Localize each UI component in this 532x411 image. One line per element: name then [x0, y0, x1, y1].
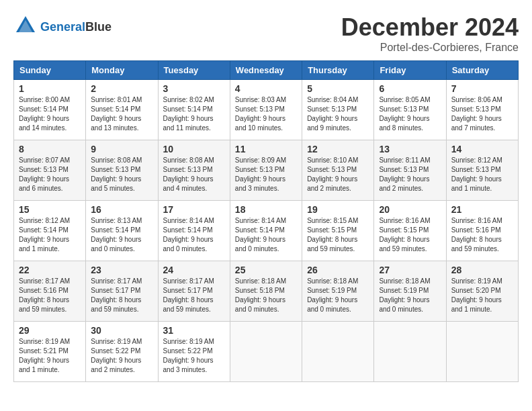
calendar-cell: 22Sunrise: 8:17 AMSunset: 5:16 PMDayligh… — [14, 261, 86, 322]
day-number: 20 — [379, 204, 441, 215]
day-info: Sunrise: 8:19 AMSunset: 5:21 PMDaylight:… — [19, 337, 81, 375]
day-number: 15 — [19, 204, 81, 215]
calendar-cell — [446, 322, 518, 382]
title-section: December 2024 Portel-des-Corbieres, Fran… — [341, 13, 519, 54]
calendar-cell: 1Sunrise: 8:00 AMSunset: 5:14 PMDaylight… — [14, 80, 86, 140]
day-info: Sunrise: 8:17 AMSunset: 5:16 PMDaylight:… — [19, 277, 81, 314]
day-number: 29 — [19, 325, 81, 336]
calendar-cell: 19Sunrise: 8:15 AMSunset: 5:15 PMDayligh… — [302, 201, 374, 261]
calendar-header-row: Sunday Monday Tuesday Wednesday Thursday… — [14, 61, 519, 80]
day-info: Sunrise: 8:19 AMSunset: 5:20 PMDaylight:… — [451, 277, 513, 314]
day-number: 12 — [307, 144, 369, 154]
day-info: Sunrise: 8:06 AMSunset: 5:13 PMDaylight:… — [451, 95, 513, 133]
day-info: Sunrise: 8:01 AMSunset: 5:14 PMDaylight:… — [91, 95, 152, 133]
day-info: Sunrise: 8:03 AMSunset: 5:13 PMDaylight:… — [235, 95, 297, 133]
location-title: Portel-des-Corbieres, France — [341, 42, 519, 54]
calendar-cell: 4Sunrise: 8:03 AMSunset: 5:13 PMDaylight… — [230, 80, 302, 140]
calendar-cell: 21Sunrise: 8:16 AMSunset: 5:16 PMDayligh… — [446, 201, 518, 261]
calendar-cell: 2Sunrise: 8:01 AMSunset: 5:14 PMDaylight… — [86, 80, 158, 140]
day-info: Sunrise: 8:15 AMSunset: 5:15 PMDaylight:… — [307, 216, 369, 254]
day-number: 16 — [91, 204, 152, 215]
day-info: Sunrise: 8:07 AMSunset: 5:13 PMDaylight:… — [19, 156, 81, 193]
calendar-cell: 3Sunrise: 8:02 AMSunset: 5:14 PMDaylight… — [158, 80, 230, 140]
day-number: 13 — [379, 144, 441, 154]
month-title: December 2024 — [341, 13, 519, 42]
calendar-cell: 5Sunrise: 8:04 AMSunset: 5:13 PMDaylight… — [302, 80, 374, 140]
calendar-cell: 24Sunrise: 8:17 AMSunset: 5:17 PMDayligh… — [158, 261, 230, 322]
day-number: 3 — [163, 83, 225, 94]
calendar-cell: 16Sunrise: 8:13 AMSunset: 5:14 PMDayligh… — [86, 201, 158, 261]
calendar-cell: 7Sunrise: 8:06 AMSunset: 5:13 PMDaylight… — [446, 80, 518, 140]
logo-icon — [13, 13, 38, 38]
day-info: Sunrise: 8:04 AMSunset: 5:13 PMDaylight:… — [307, 95, 369, 133]
calendar-cell: 28Sunrise: 8:19 AMSunset: 5:20 PMDayligh… — [446, 261, 518, 322]
logo: GeneralBlue — [13, 13, 112, 40]
calendar-week-row: 15Sunrise: 8:12 AMSunset: 5:14 PMDayligh… — [14, 201, 519, 261]
header-wednesday: Wednesday — [230, 61, 302, 80]
calendar-week-row: 29Sunrise: 8:19 AMSunset: 5:21 PMDayligh… — [14, 322, 519, 382]
calendar-cell: 23Sunrise: 8:17 AMSunset: 5:17 PMDayligh… — [86, 261, 158, 322]
day-info: Sunrise: 8:17 AMSunset: 5:17 PMDaylight:… — [163, 277, 225, 314]
day-number: 22 — [19, 265, 81, 275]
day-number: 26 — [307, 265, 369, 275]
header-sunday: Sunday — [14, 61, 86, 80]
day-number: 19 — [307, 204, 369, 215]
day-number: 10 — [163, 144, 225, 154]
day-number: 23 — [91, 265, 152, 275]
calendar-week-row: 22Sunrise: 8:17 AMSunset: 5:16 PMDayligh… — [14, 261, 519, 322]
calendar-cell: 13Sunrise: 8:11 AMSunset: 5:13 PMDayligh… — [374, 140, 446, 201]
day-info: Sunrise: 8:09 AMSunset: 5:13 PMDaylight:… — [235, 156, 297, 193]
day-info: Sunrise: 8:10 AMSunset: 5:13 PMDaylight:… — [307, 156, 369, 193]
day-number: 30 — [91, 325, 152, 336]
calendar-cell: 20Sunrise: 8:16 AMSunset: 5:15 PMDayligh… — [374, 201, 446, 261]
day-number: 9 — [91, 144, 152, 154]
day-info: Sunrise: 8:13 AMSunset: 5:14 PMDaylight:… — [91, 216, 152, 254]
day-info: Sunrise: 8:16 AMSunset: 5:16 PMDaylight:… — [451, 216, 513, 254]
day-info: Sunrise: 8:16 AMSunset: 5:15 PMDaylight:… — [379, 216, 441, 254]
day-number: 7 — [451, 83, 513, 94]
calendar-cell: 18Sunrise: 8:14 AMSunset: 5:14 PMDayligh… — [230, 201, 302, 261]
calendar-cell: 9Sunrise: 8:08 AMSunset: 5:13 PMDaylight… — [86, 140, 158, 201]
day-number: 21 — [451, 204, 513, 215]
day-number: 14 — [451, 144, 513, 154]
day-number: 27 — [379, 265, 441, 275]
calendar-cell: 31Sunrise: 8:19 AMSunset: 5:22 PMDayligh… — [158, 322, 230, 382]
calendar-cell: 26Sunrise: 8:18 AMSunset: 5:19 PMDayligh… — [302, 261, 374, 322]
header-monday: Monday — [86, 61, 158, 80]
calendar-cell: 17Sunrise: 8:14 AMSunset: 5:14 PMDayligh… — [158, 201, 230, 261]
calendar-cell: 11Sunrise: 8:09 AMSunset: 5:13 PMDayligh… — [230, 140, 302, 201]
day-number: 31 — [163, 325, 225, 336]
calendar-cell: 12Sunrise: 8:10 AMSunset: 5:13 PMDayligh… — [302, 140, 374, 201]
day-info: Sunrise: 8:18 AMSunset: 5:19 PMDaylight:… — [307, 277, 369, 314]
header-thursday: Thursday — [302, 61, 374, 80]
day-info: Sunrise: 8:12 AMSunset: 5:13 PMDaylight:… — [451, 156, 513, 193]
day-number: 8 — [19, 144, 81, 154]
day-number: 18 — [235, 204, 297, 215]
day-number: 4 — [235, 83, 297, 94]
calendar-cell: 30Sunrise: 8:19 AMSunset: 5:22 PMDayligh… — [86, 322, 158, 382]
day-info: Sunrise: 8:02 AMSunset: 5:14 PMDaylight:… — [163, 95, 225, 133]
calendar-cell: 6Sunrise: 8:05 AMSunset: 5:13 PMDaylight… — [374, 80, 446, 140]
header-tuesday: Tuesday — [158, 61, 230, 80]
calendar-cell: 8Sunrise: 8:07 AMSunset: 5:13 PMDaylight… — [14, 140, 86, 201]
calendar-cell: 14Sunrise: 8:12 AMSunset: 5:13 PMDayligh… — [446, 140, 518, 201]
day-number: 1 — [19, 83, 81, 94]
calendar-cell: 10Sunrise: 8:08 AMSunset: 5:13 PMDayligh… — [158, 140, 230, 201]
day-number: 6 — [379, 83, 441, 94]
day-number: 2 — [91, 83, 152, 94]
day-info: Sunrise: 8:18 AMSunset: 5:18 PMDaylight:… — [235, 277, 297, 314]
day-number: 5 — [307, 83, 369, 94]
day-info: Sunrise: 8:17 AMSunset: 5:17 PMDaylight:… — [91, 277, 152, 314]
day-number: 17 — [163, 204, 225, 215]
calendar-cell: 29Sunrise: 8:19 AMSunset: 5:21 PMDayligh… — [14, 322, 86, 382]
calendar-cell — [230, 322, 302, 382]
calendar-week-row: 8Sunrise: 8:07 AMSunset: 5:13 PMDaylight… — [14, 140, 519, 201]
day-info: Sunrise: 8:00 AMSunset: 5:14 PMDaylight:… — [19, 95, 81, 133]
calendar-week-row: 1Sunrise: 8:00 AMSunset: 5:14 PMDaylight… — [14, 80, 519, 140]
day-info: Sunrise: 8:08 AMSunset: 5:13 PMDaylight:… — [91, 156, 152, 193]
logo-line1: GeneralBlue — [40, 20, 112, 34]
calendar-cell — [302, 322, 374, 382]
calendar-table: Sunday Monday Tuesday Wednesday Thursday… — [13, 60, 519, 382]
day-info: Sunrise: 8:14 AMSunset: 5:14 PMDaylight:… — [235, 216, 297, 254]
day-info: Sunrise: 8:11 AMSunset: 5:13 PMDaylight:… — [379, 156, 441, 193]
